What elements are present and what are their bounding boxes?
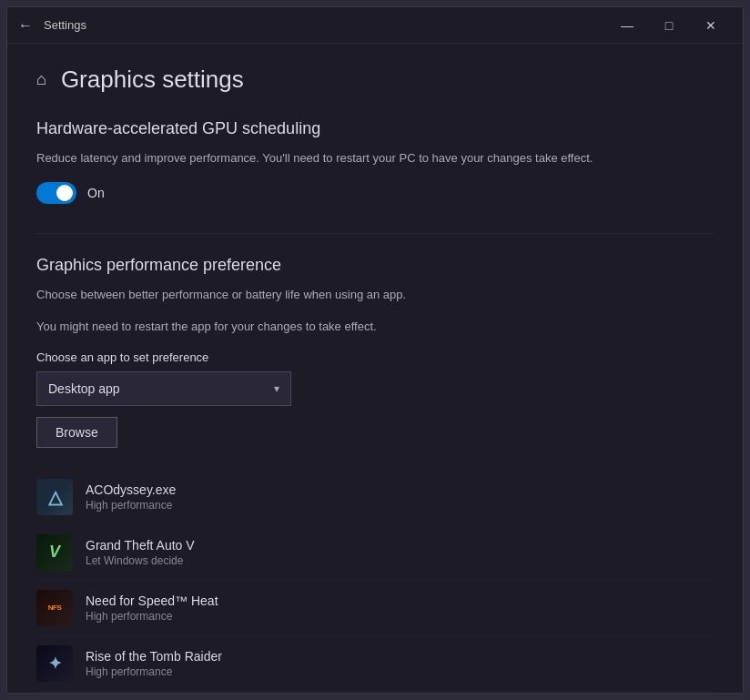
app-info: Rise of the Tomb Raider High performance <box>86 649 222 678</box>
list-item: Grand Theft Auto V Let Windows decide <box>36 525 714 581</box>
app-info: Need for Speed™ Heat High performance <box>86 593 218 623</box>
minimize-button[interactable]: — <box>606 7 648 44</box>
section-divider <box>36 233 714 234</box>
app-info: ACOdyssey.exe High performance <box>86 482 176 512</box>
app-name: Grand Theft Auto V <box>86 538 195 553</box>
home-icon: ⌂ <box>36 70 46 89</box>
app-name: Need for Speed™ Heat <box>86 593 218 608</box>
gpu-toggle-row: On <box>36 182 714 204</box>
close-button[interactable]: ✕ <box>690 7 732 44</box>
settings-window: ← Settings — □ ✕ ⌂ Graphics settings Har… <box>6 6 744 694</box>
list-item: ACOdyssey.exe High performance <box>36 470 714 525</box>
titlebar-title: Settings <box>44 18 606 32</box>
content-area: ⌂ Graphics settings Hardware-accelerated… <box>7 44 743 693</box>
graphics-pref-title: Graphics performance preference <box>36 256 714 275</box>
gpu-scheduling-title: Hardware-accelerated GPU scheduling <box>36 119 714 138</box>
app-pref: High performance <box>86 665 222 678</box>
app-name: Rise of the Tomb Raider <box>86 649 222 664</box>
list-item: Need for Speed™ Heat High performance <box>36 581 714 636</box>
titlebar: ← Settings — □ ✕ <box>7 7 743 44</box>
page-title: Graphics settings <box>61 66 244 94</box>
app-type-dropdown[interactable]: Desktop app ▾ <box>36 371 291 406</box>
page-header: ⌂ Graphics settings <box>36 66 714 94</box>
graphics-pref-desc-2: You might need to restart the app for yo… <box>36 318 714 336</box>
toggle-track <box>36 182 76 204</box>
app-icon-nfs <box>36 590 73 626</box>
toggle-label: On <box>87 186 105 200</box>
dropdown-arrow-icon: ▾ <box>274 382 279 395</box>
app-icon-ac <box>36 479 73 515</box>
app-pref: Let Windows decide <box>86 554 195 567</box>
graphics-preference-section: Graphics performance preference Choose b… <box>36 256 714 692</box>
app-icon-gta <box>36 534 73 571</box>
browse-button[interactable]: Browse <box>36 417 117 448</box>
dropdown-value: Desktop app <box>48 381 120 396</box>
app-pref: High performance <box>86 499 176 512</box>
graphics-pref-desc-1: Choose between better performance or bat… <box>36 286 714 304</box>
app-list: ACOdyssey.exe High performance Grand The… <box>36 470 714 692</box>
app-info: Grand Theft Auto V Let Windows decide <box>86 538 195 567</box>
app-pref: High performance <box>86 610 218 623</box>
gpu-toggle[interactable] <box>36 182 76 204</box>
back-button[interactable]: ← <box>18 17 33 34</box>
gpu-scheduling-section: Hardware-accelerated GPU scheduling Redu… <box>36 119 714 204</box>
list-item: Rise of the Tomb Raider High performance <box>36 636 714 692</box>
window-controls: — □ ✕ <box>606 7 732 44</box>
gpu-scheduling-desc: Reduce latency and improve performance. … <box>36 149 714 167</box>
app-icon-tr <box>36 645 73 682</box>
app-name: ACOdyssey.exe <box>86 482 176 497</box>
maximize-button[interactable]: □ <box>648 7 690 44</box>
dropdown-label: Choose an app to set preference <box>36 350 714 364</box>
toggle-thumb <box>56 185 73 201</box>
